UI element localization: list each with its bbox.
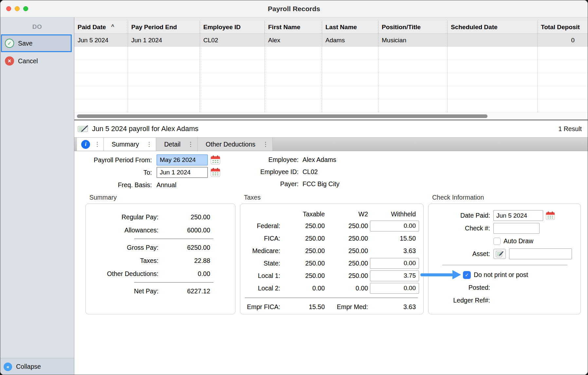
column-header-last-name[interactable]: Last Name [322,21,378,33]
column-header-position-title[interactable]: Position/Title [378,21,448,33]
ledger-ref-label: Ledger Ref#: [429,297,490,304]
empr-med-label: Empr Med: [327,303,368,311]
check-information-group-title: Check Information [432,194,581,202]
tab-summary-label: Summary [112,141,139,148]
cell-pay-period-end: Jun 1 2024 [128,34,200,47]
local2-withheld-input[interactable] [370,283,419,294]
fica-w2: 250.00 [327,235,368,242]
auto-draw-checkbox[interactable] [493,238,501,245]
zoom-window-button[interactable] [23,6,28,11]
column-header-pay-period-end[interactable]: Pay Period End [128,21,200,33]
scrollbar-thumb[interactable] [77,114,487,118]
employee-id-value: CL02 [303,168,318,176]
local1-label: Local 1: [244,272,280,280]
empty-table-row [74,47,588,60]
horizontal-scrollbar[interactable] [74,112,588,120]
column-header-paid-date[interactable]: Paid Date ^ [74,21,128,33]
cancel-x-icon: × [5,56,14,66]
collapse-button-label: Collapse [16,363,41,370]
sort-ascending-icon: ^ [111,24,114,30]
cell-first-name: Alex [265,34,322,47]
state-withheld-input[interactable] [370,258,419,269]
federal-withheld-input[interactable] [370,221,419,231]
sidebar: DO ✓ Save × Cancel « Collapse [0,17,74,375]
result-count: 1 Result [558,125,582,133]
empr-fica-value: 15.50 [282,303,325,311]
taxable-column-header: Taxable [282,210,325,218]
close-window-button[interactable] [6,6,11,11]
asset-input[interactable] [509,248,572,259]
check-number-input[interactable] [493,223,540,234]
payroll-period-from-input[interactable] [156,154,208,166]
cell-last-name: Adams [322,34,378,47]
info-button[interactable]: i ⋮ [77,138,104,151]
summary-group-box: Regular Pay:250.00 Allowances:6000.00 Gr… [85,204,235,314]
table-row[interactable]: Jun 5 2024 Jun 1 2024 CL02 Alex Adams Mu… [74,34,588,47]
cell-position-title: Musician [378,34,448,47]
date-paid-input[interactable] [493,210,543,221]
federal-label: Federal: [244,222,280,230]
record-title-bar: Jun 5 2024 payroll for Alex Adams 1 Resu… [74,120,588,137]
record-title: Jun 5 2024 payroll for Alex Adams [92,125,198,133]
traffic-lights [6,0,28,17]
local2-w2: 0.00 [327,285,368,292]
net-pay-value: 6227.12 [158,287,210,295]
column-header-first-name[interactable]: First Name [265,21,322,33]
auto-draw-label: Auto Draw [504,237,533,245]
taxes-label: Taxes: [89,257,158,265]
asset-picker-button[interactable] [493,249,506,259]
freq-basis-value: Annual [156,181,176,189]
do-not-print-checkbox[interactable]: ✓ [463,271,471,279]
medicare-withheld: 3.63 [370,247,419,255]
medicare-taxable: 250.00 [282,247,325,255]
payroll-period-to-label: To: [80,169,152,176]
sidebar-header: DO [0,17,74,33]
save-check-icon: ✓ [5,39,14,48]
empty-table-row [74,86,588,99]
minimize-window-button[interactable] [15,6,20,11]
collapse-button[interactable]: « Collapse [0,358,74,375]
save-button[interactable]: ✓ Save [1,34,72,52]
payroll-records-window: Payroll Records DO ✓ Save × Cancel « Col… [0,0,588,375]
medicare-w2: 250.00 [327,247,368,255]
asset-note-pencil-icon [496,250,504,258]
table-header-row: Paid Date ^ Pay Period End Employee ID F… [74,21,588,34]
medicare-label: Medicare: [244,247,280,255]
tab-handle-dots-icon: ⋮ [188,141,193,148]
tab-handle-dots-icon: ⋮ [263,141,268,148]
do-not-print-label: Do not print or post [474,271,528,279]
payer-label: Payer: [232,180,299,188]
regular-pay-label: Regular Pay: [89,213,158,221]
tab-handle-dots-icon: ⋮ [94,141,100,148]
collapse-chevrons-icon: « [4,363,12,371]
w2-column-header: W2 [327,210,368,218]
summary-tab-content: Payroll Period From: [74,151,588,375]
title-bar: Payroll Records [0,0,588,17]
main-area: Paid Date ^ Pay Period End Employee ID F… [74,17,588,375]
column-header-total-deposit[interactable]: Total Deposit [538,21,588,33]
allowances-label: Allowances: [89,227,158,234]
calendar-icon[interactable] [211,168,220,177]
tab-summary[interactable]: Summary ⋮ [104,138,156,151]
column-header-scheduled-date[interactable]: Scheduled Date [448,21,538,33]
cancel-button[interactable]: × Cancel [0,53,74,69]
net-pay-label: Net Pay: [89,287,158,295]
other-deductions-value: 0.00 [158,270,210,278]
local1-w2: 250.00 [327,272,368,280]
calendar-icon[interactable] [211,155,220,165]
column-header-employee-id[interactable]: Employee ID [200,21,265,33]
regular-pay-value: 250.00 [158,213,210,221]
employee-id-label: Employee ID: [232,168,299,176]
payroll-period-to-input[interactable] [156,167,208,178]
check-info-divider [442,265,567,265]
tab-other-deductions[interactable]: Other Deductions ⋮ [198,138,273,151]
employee-value: Alex Adams [303,156,336,164]
empty-table-row [74,60,588,73]
calendar-icon[interactable] [546,211,555,220]
tab-detail[interactable]: Detail ⋮ [156,138,198,151]
local1-withheld-input[interactable] [370,270,419,281]
posted-label: Posted: [429,284,490,291]
tab-detail-label: Detail [164,141,180,148]
allowances-value: 6000.00 [158,227,210,234]
state-w2: 250.00 [327,260,368,267]
